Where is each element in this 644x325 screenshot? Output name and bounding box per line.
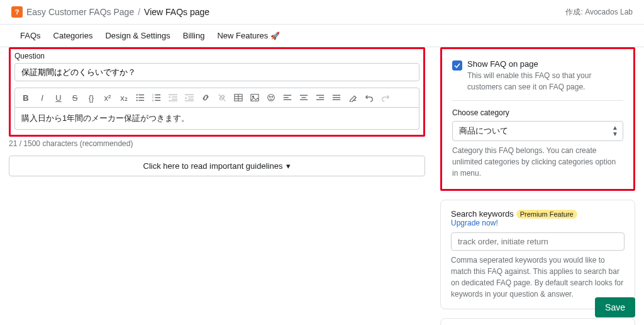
nav-new-features-label: New Features xyxy=(217,31,268,40)
svg-rect-41 xyxy=(333,95,340,96)
guidelines-button[interactable]: Click here to read important guidelines … xyxy=(9,156,425,176)
svg-rect-39 xyxy=(319,97,324,98)
svg-point-2 xyxy=(136,97,138,98)
italic-icon[interactable]: I xyxy=(35,91,49,105)
search-keywords-label: Search keywords xyxy=(451,209,514,219)
svg-point-31 xyxy=(272,96,272,97)
align-center-icon[interactable] xyxy=(297,91,311,105)
answer-editor[interactable]: 購入日から1年間のメーカー保証がつきます。 xyxy=(14,108,419,130)
breadcrumb: ? Easy Customer FAQs Page / View FAQs pa… xyxy=(11,6,209,18)
save-button[interactable]: Save xyxy=(595,297,635,317)
check-icon xyxy=(454,62,460,69)
strike-icon[interactable]: S xyxy=(68,91,82,105)
guidelines-button-label: Click here to read important guidelines xyxy=(143,161,283,171)
svg-rect-8 xyxy=(155,100,160,101)
svg-point-30 xyxy=(270,96,270,97)
svg-point-4 xyxy=(136,100,138,101)
nav-design-settings[interactable]: Design & Settings xyxy=(105,31,170,40)
svg-rect-17 xyxy=(185,94,194,95)
svg-rect-12 xyxy=(169,94,177,95)
svg-rect-18 xyxy=(188,96,194,97)
clear-format-icon[interactable] xyxy=(346,91,360,105)
svg-marker-21 xyxy=(185,98,187,100)
unlink-icon[interactable] xyxy=(215,91,229,105)
svg-rect-36 xyxy=(302,97,306,98)
code-icon[interactable]: {} xyxy=(84,91,98,105)
underline-icon[interactable]: U xyxy=(52,91,65,105)
nav-billing[interactable]: Billing xyxy=(183,31,205,40)
svg-rect-43 xyxy=(333,100,340,100)
align-right-icon[interactable] xyxy=(313,91,327,105)
emoji-icon[interactable] xyxy=(264,91,278,105)
number-list-icon[interactable]: 123 xyxy=(150,91,164,105)
upgrade-now-link[interactable]: Upgrade now! xyxy=(451,219,498,227)
question-label: Question xyxy=(14,52,419,60)
superscript-icon[interactable]: x² xyxy=(101,91,114,105)
svg-rect-40 xyxy=(316,100,324,100)
bold-icon[interactable]: B xyxy=(19,91,33,105)
premium-badge: Premium Feature xyxy=(516,210,577,219)
rocket-icon: 🚀 xyxy=(270,31,280,40)
svg-point-28 xyxy=(252,96,253,97)
show-faq-help: This will enable this FAQ so that your c… xyxy=(467,70,623,93)
category-select[interactable]: 商品について xyxy=(452,121,623,141)
nav-categories[interactable]: Categories xyxy=(53,31,93,40)
svg-rect-38 xyxy=(316,95,324,96)
search-keywords-card: Search keywords Premium Feature Upgrade … xyxy=(440,200,635,309)
svg-rect-14 xyxy=(172,99,177,100)
undo-icon[interactable] xyxy=(362,91,376,105)
breadcrumb-separator: / xyxy=(138,7,140,17)
bullet-list-icon[interactable] xyxy=(133,91,147,105)
app-name[interactable]: Easy Customer FAQs Page xyxy=(26,7,134,17)
svg-rect-1 xyxy=(138,94,144,95)
svg-rect-34 xyxy=(284,100,291,100)
created-by-label: 作成: Avocados Lab xyxy=(565,7,633,18)
svg-rect-37 xyxy=(300,100,308,100)
svg-point-29 xyxy=(268,94,275,101)
svg-rect-13 xyxy=(172,96,177,97)
show-faq-category-highlight: Show FAQ on page This will enable this F… xyxy=(440,47,635,191)
svg-rect-20 xyxy=(185,100,194,101)
caret-down-icon: ▾ xyxy=(286,161,291,171)
svg-point-0 xyxy=(136,94,138,96)
svg-text:2: 2 xyxy=(152,96,153,99)
char-count-label: 21 / 1500 characters (recommended) xyxy=(9,139,425,148)
question-answer-highlight: Question B I U S {} x² x₂ 123 xyxy=(9,47,425,137)
show-faq-checkbox[interactable] xyxy=(452,60,462,71)
svg-rect-15 xyxy=(169,100,177,101)
nav-new-features[interactable]: New Features 🚀 xyxy=(217,31,280,40)
table-icon[interactable] xyxy=(231,91,245,105)
image-icon[interactable] xyxy=(248,91,262,105)
svg-rect-35 xyxy=(300,95,308,96)
search-keywords-input[interactable] xyxy=(451,232,625,251)
align-justify-icon[interactable] xyxy=(330,91,343,105)
page-title: View FAQs page xyxy=(144,7,209,17)
link-icon[interactable] xyxy=(199,91,213,105)
svg-text:3: 3 xyxy=(152,100,153,102)
category-help: Category this FAQ belongs. You can creat… xyxy=(452,145,623,179)
question-input[interactable] xyxy=(14,63,419,81)
show-faq-title: Show FAQ on page xyxy=(467,59,623,69)
svg-rect-7 xyxy=(155,97,160,98)
align-left-icon[interactable] xyxy=(280,91,294,105)
svg-rect-19 xyxy=(188,99,194,100)
main-nav: FAQs Categories Design & Settings Billin… xyxy=(0,25,644,47)
search-keywords-help: Comma seperated keywords you would like … xyxy=(451,254,625,300)
app-icon: ? xyxy=(11,6,23,18)
feature-faq-card: Feature this FAQ Premium Feature Upgrade… xyxy=(440,318,635,325)
svg-rect-3 xyxy=(138,97,144,98)
svg-rect-6 xyxy=(155,94,160,95)
svg-rect-5 xyxy=(138,100,144,101)
svg-rect-42 xyxy=(333,97,340,98)
svg-marker-16 xyxy=(169,96,171,98)
nav-faqs[interactable]: FAQs xyxy=(20,31,41,40)
svg-rect-33 xyxy=(284,97,289,98)
choose-category-label: Choose category xyxy=(452,108,623,117)
outdent-icon[interactable] xyxy=(166,91,180,105)
svg-rect-32 xyxy=(284,95,291,96)
subscript-icon[interactable]: x₂ xyxy=(117,91,131,105)
indent-icon[interactable] xyxy=(182,91,196,105)
editor-toolbar: B I U S {} x² x₂ 123 xyxy=(14,88,419,108)
redo-icon[interactable] xyxy=(379,91,392,105)
svg-text:1: 1 xyxy=(152,94,153,96)
